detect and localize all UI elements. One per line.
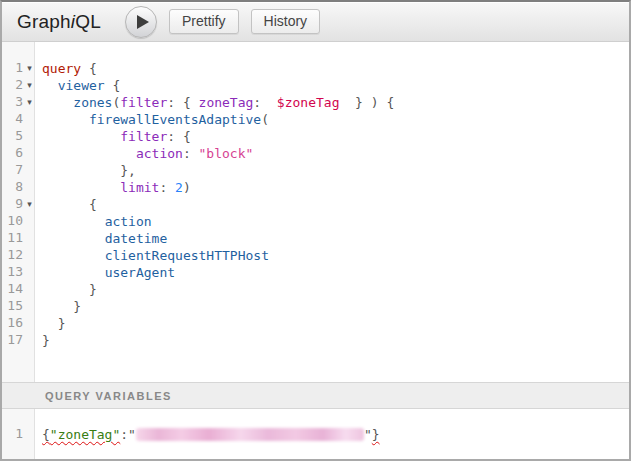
- syntax-token: :: [120, 427, 128, 442]
- code-text: }: [36, 332, 50, 349]
- code-line: 10 action: [2, 213, 629, 230]
- syntax-token: userAgent: [105, 265, 175, 280]
- fold-gutter-spacer: [23, 128, 36, 145]
- syntax-token: [42, 214, 105, 229]
- syntax-token: [42, 95, 73, 110]
- syntax-token: (: [261, 112, 269, 127]
- line-number: 8: [2, 179, 23, 196]
- syntax-token: }: [42, 316, 65, 331]
- code-text: {: [36, 196, 97, 213]
- execute-query-button[interactable]: [125, 6, 157, 38]
- fold-gutter-spacer: [23, 298, 36, 315]
- line-number: 13: [2, 264, 23, 281]
- toolbar: GraphiQL Prettify History: [2, 2, 629, 42]
- code-line: 2▾ viewer {: [2, 77, 629, 94]
- code-line: 5 filter: {: [2, 128, 629, 145]
- code-text: firewallEventsAdaptive(: [36, 111, 269, 128]
- code-line: 1▾query {: [2, 60, 629, 77]
- syntax-token: [42, 146, 136, 161]
- syntax-token: ): [183, 180, 191, 195]
- syntax-token: } ) {: [339, 95, 394, 110]
- syntax-token: {: [42, 427, 50, 442]
- graphiql-window: GraphiQL Prettify History 1▾query {2▾ vi…: [0, 0, 631, 461]
- syntax-token: [42, 265, 105, 280]
- line-number: 6: [2, 145, 23, 162]
- syntax-token: clientRequestHTTPHost: [105, 248, 269, 263]
- code-text: clientRequestHTTPHost: [36, 247, 269, 264]
- code-line: 14 }: [2, 281, 629, 298]
- syntax-token: }: [42, 333, 50, 348]
- line-number: 10: [2, 213, 23, 230]
- syntax-token: "zoneTag": [50, 427, 120, 442]
- syntax-token: action: [136, 146, 183, 161]
- syntax-token: zoneTag: [199, 95, 254, 110]
- syntax-token: query: [42, 61, 81, 76]
- prettify-button[interactable]: Prettify: [169, 9, 239, 34]
- line-number: 1: [2, 426, 23, 443]
- code-line: 13 userAgent: [2, 264, 629, 281]
- query-variables-header[interactable]: QUERY VARIABLES: [2, 382, 629, 409]
- line-number: 11: [2, 230, 23, 247]
- syntax-token: :: [253, 95, 276, 110]
- query-editor[interactable]: 1▾query {2▾ viewer {3▾ zones(filter: { z…: [2, 42, 629, 382]
- syntax-token: "block": [199, 146, 254, 161]
- code-line: 8 limit: 2): [2, 179, 629, 196]
- query-code-lines: 1▾query {2▾ viewer {3▾ zones(filter: { z…: [2, 42, 629, 349]
- fold-gutter-spacer: [23, 281, 36, 298]
- syntax-token: ": [128, 427, 136, 442]
- code-line: 16 }: [2, 315, 629, 332]
- fold-gutter-spacer: [23, 179, 36, 196]
- code-line: 7 },: [2, 162, 629, 179]
- line-number: 14: [2, 281, 23, 298]
- syntax-token: viewer: [58, 78, 105, 93]
- syntax-token: [42, 129, 120, 144]
- syntax-token: {: [81, 61, 97, 76]
- fold-gutter-spacer: [23, 332, 36, 349]
- fold-gutter-spacer: [23, 230, 36, 247]
- code-text: userAgent: [36, 264, 175, 281]
- code-text: datetime: [36, 230, 167, 247]
- syntax-token: zones: [73, 95, 112, 110]
- code-text: }: [36, 281, 97, 298]
- graphiql-logo: GraphiQL: [17, 11, 101, 33]
- syntax-token: },: [42, 163, 136, 178]
- fold-gutter-spacer: [23, 247, 36, 264]
- syntax-token: :: [159, 180, 175, 195]
- syntax-token: : {: [167, 129, 190, 144]
- syntax-token: filter: [120, 95, 167, 110]
- code-line: 9▾ {: [2, 196, 629, 213]
- code-text: viewer {: [36, 77, 120, 94]
- syntax-token: firewallEventsAdaptive: [89, 112, 261, 127]
- fold-gutter-spacer: [23, 264, 36, 281]
- variables-code-lines: 1{"zoneTag":""}: [2, 409, 629, 443]
- logo-text: QL: [75, 11, 101, 32]
- code-text: limit: 2): [36, 179, 191, 196]
- line-number: 17: [2, 332, 23, 349]
- code-text: filter: {: [36, 128, 191, 145]
- history-button[interactable]: History: [251, 9, 321, 34]
- code-line: 15 }: [2, 298, 629, 315]
- code-line: 11 datetime: [2, 230, 629, 247]
- syntax-token: : {: [167, 95, 198, 110]
- code-line: 3▾ zones(filter: { zoneTag: $zoneTag } )…: [2, 94, 629, 111]
- line-number: 4: [2, 111, 23, 128]
- syntax-token: $zoneTag: [277, 95, 340, 110]
- code-line: 6 action: "block": [2, 145, 629, 162]
- syntax-token: [42, 78, 58, 93]
- fold-gutter-spacer: [23, 145, 36, 162]
- logo-text: Graph: [17, 11, 71, 32]
- fold-gutter-spacer: [23, 162, 36, 179]
- code-text: action: "block": [36, 145, 253, 162]
- fold-arrow-icon[interactable]: ▾: [23, 60, 36, 77]
- query-variables-title: QUERY VARIABLES: [45, 390, 172, 402]
- fold-arrow-icon[interactable]: ▾: [23, 196, 36, 213]
- fold-arrow-icon[interactable]: ▾: [23, 94, 36, 111]
- code-text: {"zoneTag":""}: [36, 426, 380, 443]
- code-line: 17}: [2, 332, 629, 349]
- code-text: zones(filter: { zoneTag: $zoneTag } ) {: [36, 94, 394, 111]
- query-variables-editor[interactable]: 1{"zoneTag":""}: [2, 409, 629, 459]
- line-number: 7: [2, 162, 23, 179]
- fold-gutter-spacer: [23, 213, 36, 230]
- fold-arrow-icon[interactable]: ▾: [23, 77, 36, 94]
- line-number: 9: [2, 196, 23, 213]
